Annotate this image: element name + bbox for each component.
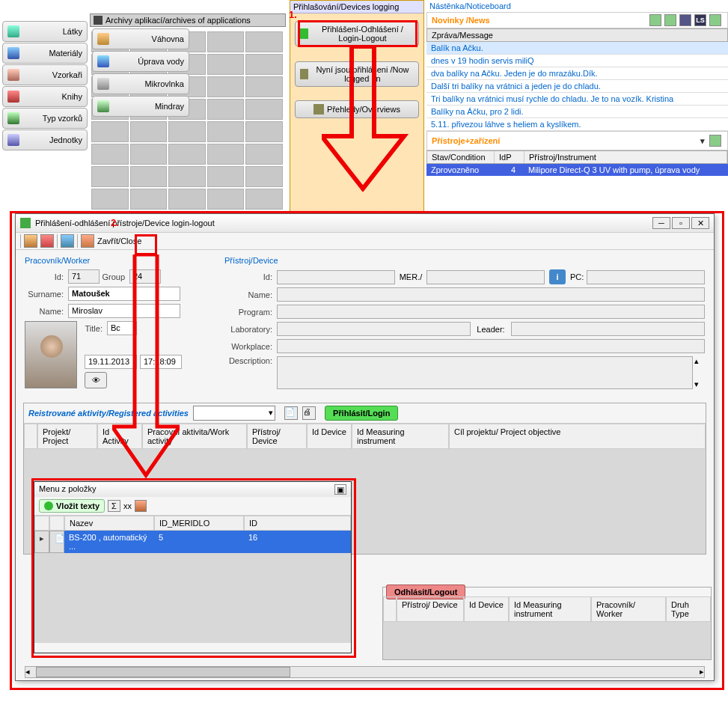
name-label: Name: — [25, 307, 68, 316]
horizontal-scrollbar[interactable]: ◂▸ — [25, 666, 705, 678]
minimize-button[interactable]: ─ — [652, 217, 670, 229]
mer-label: MER./ — [400, 272, 423, 281]
archive-icon — [94, 16, 103, 25]
sidebar-item-knihy[interactable]: Knihy — [2, 86, 88, 107]
logout-headers: Přístroj/ Device Id Device Id Measuring … — [383, 596, 711, 622]
sigma-button[interactable]: Σ — [108, 500, 120, 512]
message-row[interactable]: Tri balíky na vrátnici musí rychle do ch… — [426, 93, 728, 106]
ls-icon[interactable]: LS — [694, 14, 706, 26]
sheet-icon[interactable] — [709, 135, 721, 147]
message-row[interactable]: Balíky na Áčku, pro 2 lidi. — [426, 106, 728, 118]
overviews-button[interactable]: Přehledy/Overviews — [295, 100, 419, 118]
col-id: ID — [244, 516, 351, 531]
device-group: Přístroj/Device Id: MER./ i PC: Name: Pr… — [224, 256, 705, 392]
archive-item-mikrovlnka[interactable]: Mikrovlnka — [92, 73, 189, 94]
sidebar-item-jednotky[interactable]: Jednotky — [2, 129, 88, 150]
instrument-row[interactable]: Zprovozněno 4 Milipore Direct-Q 3 UV wit… — [426, 164, 728, 176]
flask-icon — [7, 25, 19, 37]
news-header: Novinky /News LS — [426, 12, 728, 28]
name-field[interactable]: Miroslav — [68, 304, 180, 318]
archives-panel: Archivy aplikací/archives of application… — [90, 13, 286, 117]
cancel-icon[interactable] — [40, 234, 54, 248]
sheet-icon[interactable]: 📄 — [284, 406, 298, 420]
col-id-meas: Id Measuring instrument — [352, 424, 449, 449]
archive-item-mindray[interactable]: Mindray — [92, 96, 189, 117]
archive-item-uprava-vody[interactable]: Úprava vody — [92, 51, 189, 72]
popup-table-row[interactable]: ▸ 📄 BS-200 , automatický ... 5 16 — [34, 531, 351, 553]
message-row[interactable]: Další tri balíky na vrátnici a jeden je … — [426, 80, 728, 93]
scale-icon — [97, 33, 109, 45]
now-logged-button[interactable]: Nyní jsou přihlášeni /Now logged on — [295, 61, 419, 87]
worker-group: Pracovník/Worker Id: 71 Group 24 Surname… — [25, 256, 215, 392]
archive-label: Mikrovlnka — [115, 79, 184, 88]
message-row[interactable]: dnes v 19 hodin servis miliQ — [426, 55, 728, 67]
noticeboard-link[interactable]: Nástěnka/Noticeboard — [426, 0, 728, 12]
login-button[interactable]: Přihlásit/Login — [325, 406, 398, 421]
message-row[interactable]: 5.11. přivezou láhve s heliem a kyslíkem… — [426, 118, 728, 131]
desc-label: Description: — [224, 356, 277, 365]
id-field: 71 — [68, 269, 100, 284]
worker-photo — [25, 321, 77, 388]
surname-label: Surname: — [25, 290, 68, 299]
view-button[interactable]: 👁 — [85, 372, 107, 388]
sidebar-item-latky[interactable]: Látky — [2, 21, 88, 42]
devices-header: Přihlašování/Devices logging — [290, 1, 423, 13]
sidebar-item-typ-vzorku[interactable]: Typ vzorků — [2, 108, 88, 129]
cell-id: 16 — [244, 531, 351, 553]
message-row[interactable]: dva balíky na Ačku. Jeden je do mrazáku.… — [426, 67, 728, 80]
sidebar-item-label: Knihy — [25, 92, 82, 101]
instruments-header: Přístroje+zařízení ▾ — [426, 131, 728, 150]
recycle-icon[interactable] — [709, 14, 721, 26]
popup-body — [34, 553, 351, 643]
insert-texts-button[interactable]: Vložit texty — [39, 499, 105, 513]
group-label: Group — [100, 272, 129, 281]
col-type: Druh Type — [666, 596, 711, 622]
sidebar-item-vzorkari[interactable]: Vzorkaři — [2, 64, 88, 85]
scroll-up-icon[interactable]: ▴ — [694, 356, 705, 366]
refresh-icon[interactable] — [649, 14, 661, 26]
col-id-meridlo: ID_MERIDLO — [154, 516, 244, 531]
logout-panel: Odhlásit/Logout Přístroj/ Device Id Devi… — [382, 587, 712, 660]
sidebar-item-materialy[interactable]: Materiály — [2, 43, 88, 64]
scroll-down-icon[interactable]: ▾ — [694, 379, 705, 389]
pc-label: PC: — [570, 272, 584, 281]
new-icon[interactable] — [24, 234, 37, 248]
message-row[interactable]: Balík na Ačku. — [426, 42, 728, 55]
popup-titlebar[interactable]: Menu z položky ▣ — [34, 482, 351, 497]
leader-field — [511, 322, 705, 336]
col-instrument: Přístroj/Instrument — [524, 151, 727, 163]
login-label: Přihlášení-Odhlášení / Login-Logout — [311, 25, 414, 43]
microwave-icon — [97, 78, 109, 90]
maximize-button[interactable]: ▫ — [672, 217, 690, 229]
lab-label: Laboratory: — [224, 325, 277, 334]
id-label: Id: — [25, 272, 68, 281]
activity-combo[interactable] — [193, 406, 275, 421]
filter-icon[interactable] — [679, 14, 691, 26]
select-device-icon[interactable] — [61, 234, 74, 248]
cell-idp: 4 — [498, 165, 528, 174]
right-panel: Nástěnka/Noticeboard Novinky /News LS Zp… — [426, 0, 728, 217]
time-field[interactable]: 17:18:09 — [140, 355, 182, 369]
col-id-device: Id Device — [307, 424, 352, 449]
title-label: Title: — [85, 324, 107, 333]
print-icon[interactable] — [664, 14, 676, 26]
sample-icon — [7, 112, 19, 124]
close-action[interactable]: Zavřít/Close — [81, 234, 141, 248]
col-worker: Pracovník/ Worker — [591, 596, 666, 622]
instrument-table-headers: Stav/Condition IdP Přístroj/Instrument — [426, 150, 728, 164]
row-indicator-icon: ▸ — [34, 531, 49, 553]
info-button[interactable]: i — [549, 269, 566, 284]
login-logout-button[interactable]: Přihlášení-Odhlášení / Login-Logout — [295, 21, 419, 46]
exit-icon[interactable] — [135, 500, 147, 512]
title-field[interactable]: Bc — [107, 321, 137, 335]
archive-item-vahovna[interactable]: Váhovna — [92, 28, 189, 49]
print-icon[interactable]: 🖨 — [302, 406, 316, 420]
close-button[interactable]: ✕ — [691, 217, 709, 229]
popup-close-button[interactable]: ▣ — [334, 484, 346, 495]
col-id-activity: Id Activity — [97, 424, 142, 449]
surname-field[interactable]: Matoušek — [68, 287, 180, 301]
date-field[interactable]: 19.11.2013 — [85, 355, 137, 369]
menu-popup: Menu z položky ▣ Vložit texty Σ xx Nazev… — [34, 481, 352, 653]
desc-field — [277, 356, 693, 389]
archive-label: Mindray — [115, 102, 184, 111]
